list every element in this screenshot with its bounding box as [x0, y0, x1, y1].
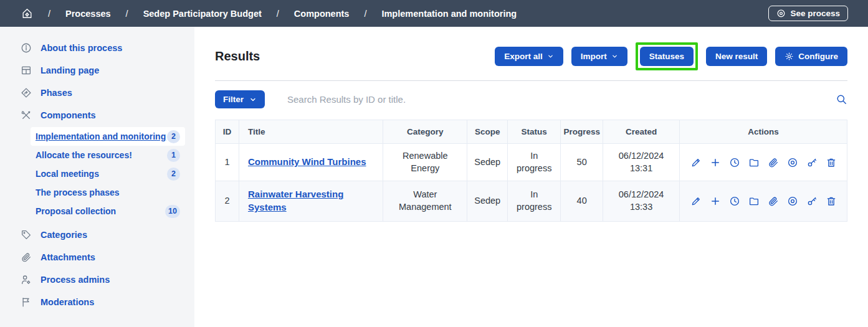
breadcrumb-components[interactable]: Components: [294, 9, 350, 19]
add-child-action[interactable]: [710, 157, 721, 168]
cell-actions: [680, 144, 847, 181]
count-badge: 10: [165, 205, 180, 218]
permissions-action[interactable]: [806, 196, 818, 207]
configure-button[interactable]: Configure: [775, 47, 847, 66]
chevron-down-icon: [249, 96, 257, 103]
edit-action[interactable]: [690, 196, 702, 207]
filter-button[interactable]: Filter: [215, 90, 265, 108]
sidebar-subitem-proposal-collection[interactable]: Proposal collection 10: [31, 202, 185, 220]
home-gear-icon: [21, 7, 33, 19]
search-input[interactable]: [286, 93, 836, 105]
preview-action[interactable]: [787, 196, 798, 207]
sidebar-item-phases[interactable]: Phases: [0, 82, 194, 104]
breadcrumb-separator: /: [277, 9, 279, 19]
statuses-label: Statuses: [649, 52, 684, 61]
created-date: 06/12/2024: [609, 150, 673, 163]
sidebar-subitem-label: Local meetings: [36, 169, 99, 179]
table-row: 1 Community Wind Turbines Renewable Ener…: [216, 144, 847, 181]
cell-title: Rainwater Harvesting Systems: [239, 181, 383, 222]
gear-icon: [785, 52, 794, 61]
sidebar-item-label: Process admins: [41, 275, 110, 285]
search-button[interactable]: [836, 93, 847, 105]
folder-icon: [748, 157, 760, 168]
breadcrumb-separator: /: [364, 9, 366, 19]
col-header-created: Created: [603, 120, 680, 144]
breadcrumb-separator: /: [126, 9, 128, 19]
col-header-id: ID: [216, 120, 239, 144]
layout-icon: [21, 65, 32, 76]
folder-action[interactable]: [748, 196, 760, 207]
export-all-button[interactable]: Export all: [495, 47, 563, 66]
breadcrumb: / Processes / Sedep Participatory Budget…: [21, 7, 517, 19]
breadcrumb-separator: /: [48, 9, 50, 19]
sidebar-item-process-admins[interactable]: Process admins: [0, 268, 194, 291]
folder-icon: [748, 196, 760, 207]
sidebar: About this process Landing page Phases: [0, 27, 194, 327]
delete-action[interactable]: [826, 157, 837, 168]
eye-target-icon: [787, 157, 798, 168]
header-divider: [215, 80, 847, 81]
phases-icon: [21, 87, 32, 98]
eye-target-icon: [787, 196, 798, 207]
sidebar-item-label: Categories: [41, 230, 87, 240]
export-all-label: Export all: [504, 52, 543, 61]
topbar: / Processes / Sedep Participatory Budget…: [0, 0, 868, 27]
sidebar-item-components[interactable]: Components: [0, 104, 194, 126]
toolbar: Export all Import Statuses: [495, 42, 847, 70]
chevron-down-icon: [547, 53, 554, 60]
see-process-button[interactable]: See process: [768, 6, 848, 21]
attachments-action[interactable]: [768, 196, 779, 207]
main-content: Results Export all Import Statuses: [194, 27, 868, 327]
result-title-link[interactable]: Rainwater Harvesting Systems: [248, 189, 343, 212]
sidebar-subitem-local-meetings[interactable]: Local meetings 2: [31, 164, 185, 183]
clock-icon: [729, 196, 740, 207]
breadcrumb-process-name[interactable]: Sedep Participatory Budget: [143, 9, 262, 19]
new-result-button[interactable]: New result: [706, 47, 767, 66]
home-link[interactable]: [21, 7, 33, 19]
new-result-label: New result: [715, 52, 758, 61]
delete-action[interactable]: [826, 196, 837, 207]
permissions-action[interactable]: [806, 157, 818, 168]
count-badge: 2: [167, 168, 180, 181]
sidebar-item-landing-page[interactable]: Landing page: [0, 59, 194, 82]
cell-actions: [680, 181, 847, 222]
attachments-action[interactable]: [768, 157, 779, 168]
sidebar-subitem-process-phases[interactable]: The process phases: [31, 183, 185, 202]
plus-icon: [710, 196, 721, 207]
flag-icon: [21, 296, 32, 308]
timeline-action[interactable]: [729, 196, 740, 207]
col-header-progress: Progress: [561, 120, 603, 144]
cell-category: Renewable Energy: [383, 144, 467, 181]
clock-icon: [729, 157, 740, 168]
created-date: 06/12/2024: [609, 189, 673, 201]
timeline-action[interactable]: [729, 157, 740, 168]
sidebar-item-moderations[interactable]: Moderations: [0, 291, 194, 313]
col-header-status: Status: [508, 120, 561, 144]
import-button[interactable]: Import: [571, 47, 627, 66]
sidebar-subitem-allocate-resources[interactable]: Allocate the resources! 1: [31, 146, 185, 164]
sidebar-subitem-implementation-monitoring[interactable]: Implementation and monitoring 2: [31, 127, 185, 146]
trash-icon: [826, 157, 837, 168]
key-icon: [806, 196, 818, 207]
cell-id: 1: [216, 144, 239, 181]
preview-action[interactable]: [787, 157, 798, 168]
breadcrumb-current-component[interactable]: Implementation and monitoring: [381, 9, 517, 19]
cell-scope: Sedep: [467, 144, 508, 181]
created-time: 13:33: [609, 201, 673, 214]
result-title-link[interactable]: Community Wind Turbines: [248, 156, 366, 167]
edit-action[interactable]: [690, 157, 702, 168]
col-header-title: Title: [239, 120, 383, 144]
cell-scope: Sedep: [467, 181, 508, 222]
statuses-button[interactable]: Statuses: [640, 47, 694, 66]
sidebar-item-categories[interactable]: Categories: [0, 224, 194, 246]
folder-action[interactable]: [748, 157, 760, 168]
configure-label: Configure: [798, 52, 838, 61]
see-process-label: See process: [790, 9, 840, 18]
filter-label: Filter: [223, 95, 244, 104]
add-child-action[interactable]: [710, 196, 721, 207]
sidebar-item-attachments[interactable]: Attachments: [0, 246, 194, 268]
sidebar-item-label: Attachments: [41, 252, 95, 262]
sidebar-item-about[interactable]: About this process: [0, 37, 194, 59]
plus-icon: [710, 157, 721, 168]
breadcrumb-processes[interactable]: Processes: [65, 9, 111, 19]
